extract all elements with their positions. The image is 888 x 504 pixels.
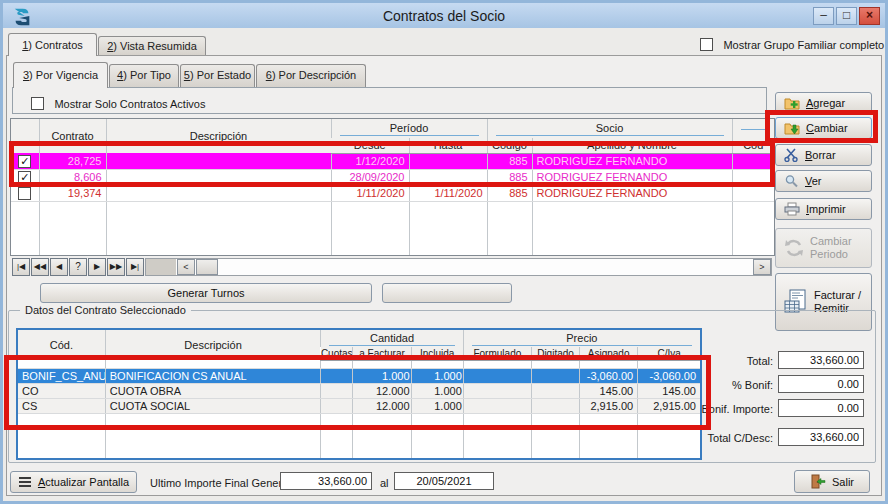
row-checkbox[interactable]: ✓ bbox=[18, 155, 31, 168]
row-checkbox[interactable]: ✓ bbox=[18, 171, 31, 184]
tab-por-vigencia[interactable]: 3) Por Vigencia bbox=[13, 62, 108, 88]
col-descripcion-header[interactable]: Descripción bbox=[105, 330, 321, 360]
secondary-action-button[interactable] bbox=[382, 283, 512, 303]
cell-formulado[interactable] bbox=[463, 368, 531, 383]
col-codigo-header[interactable]: Código bbox=[487, 138, 532, 153]
cell-cod[interactable] bbox=[732, 169, 774, 185]
col-apellido-header[interactable]: Apellido y Nombre bbox=[532, 138, 732, 153]
cell-cod[interactable] bbox=[732, 185, 774, 201]
tab-vista-resumida[interactable]: 2) Vista Resumida bbox=[98, 36, 206, 55]
cell-desde[interactable]: 1/12/2020 bbox=[331, 153, 409, 169]
cell-descripcion[interactable] bbox=[106, 169, 331, 185]
col-hasta-header[interactable]: Hasta bbox=[409, 138, 487, 153]
cell-a-facturar[interactable]: 12.000 bbox=[353, 398, 411, 413]
detail-row-selected[interactable]: BONIF_CS_ANUA BONIFICACION CS ANUAL 1.00… bbox=[18, 368, 700, 383]
cell-cod[interactable]: BONIF_CS_ANUA bbox=[18, 368, 105, 383]
family-checkbox[interactable] bbox=[700, 38, 713, 51]
cell-descripcion[interactable] bbox=[106, 185, 331, 201]
total-field[interactable]: 33,660.00 bbox=[778, 351, 864, 369]
contract-row[interactable]: 19,374 1/11/2020 1/11/2020 885 RODRIGUEZ… bbox=[11, 185, 774, 201]
cell-contrato[interactable]: 19,374 bbox=[39, 185, 106, 201]
ultimo-importe-field[interactable]: 33,660.00 bbox=[280, 472, 372, 490]
tab-por-descripcion[interactable]: 6) Por Descripción bbox=[256, 64, 366, 87]
agregar-button[interactable]: Agregar bbox=[775, 92, 872, 114]
cell-desde[interactable]: 1/11/2020 bbox=[331, 185, 409, 201]
row-checkbox[interactable] bbox=[18, 187, 31, 200]
tab-por-estado[interactable]: 5) Por Estado bbox=[180, 64, 255, 87]
col-a-facturar-header[interactable]: a Facturar bbox=[353, 347, 411, 360]
scrollbar-thumb[interactable] bbox=[196, 259, 218, 275]
cell-cuotas[interactable] bbox=[321, 383, 353, 398]
tab-contratos[interactable]: 1) Contratos bbox=[8, 33, 97, 56]
cell-contrato[interactable]: 8,606 bbox=[39, 169, 106, 185]
col-desde-header[interactable]: Desde bbox=[331, 138, 409, 153]
nav-last-button[interactable]: ▶| bbox=[126, 258, 144, 276]
cell-a-facturar[interactable]: 1.000 bbox=[353, 368, 411, 383]
cambiar-button[interactable]: Cambiar bbox=[775, 117, 872, 139]
cell-contrato[interactable]: 28,725 bbox=[39, 153, 106, 169]
col-cod-header[interactable]: Cód bbox=[732, 138, 774, 153]
detail-grid[interactable]: Cód. Descripción Cantidad Precio Cuotas … bbox=[16, 328, 702, 460]
scroll-right-button[interactable]: > bbox=[753, 259, 771, 275]
minimize-button[interactable]: – bbox=[813, 7, 834, 25]
cell-cod[interactable] bbox=[732, 153, 774, 169]
cell-cuotas[interactable] bbox=[321, 368, 353, 383]
cell-incluida[interactable]: 1.000 bbox=[411, 368, 463, 383]
cell-a-facturar[interactable]: 12.000 bbox=[353, 383, 411, 398]
generar-turnos-button[interactable]: Generar Turnos bbox=[40, 283, 372, 303]
col-cuotas-header[interactable]: Cuotas bbox=[321, 347, 353, 360]
solo-activos-checkbox[interactable] bbox=[31, 97, 44, 110]
cell-formulado[interactable] bbox=[463, 383, 531, 398]
col-contrato-header[interactable]: Contrato bbox=[39, 119, 106, 153]
cell-apellido[interactable]: RODRIGUEZ FERNANDO bbox=[532, 153, 732, 169]
actualizar-pantalla-button[interactable]: Actualizar Pantalla bbox=[10, 471, 137, 493]
cambiar-periodo-button[interactable]: CambiarPeriodo bbox=[775, 228, 872, 268]
cell-incluida[interactable]: 1.000 bbox=[411, 398, 463, 413]
close-button[interactable]: × bbox=[859, 7, 880, 25]
contract-row[interactable]: ✓ 8,606 28/09/2020 885 RODRIGUEZ FERNAND… bbox=[11, 169, 774, 185]
tab-por-tipo[interactable]: 4) Por Tipo bbox=[109, 64, 179, 87]
salir-button[interactable]: Salir bbox=[794, 470, 870, 493]
detail-row[interactable]: CS CUOTA SOCIAL 12.000 1.000 2,915.00 2,… bbox=[18, 398, 700, 413]
bonif-importe-field[interactable]: 0.00 bbox=[778, 399, 864, 417]
cell-hasta[interactable] bbox=[409, 153, 487, 169]
cell-digitado[interactable] bbox=[531, 398, 579, 413]
col-formulado-header[interactable]: Formulado bbox=[463, 347, 531, 360]
nav-help-button[interactable]: ? bbox=[69, 258, 87, 276]
cell-apellido[interactable]: RODRIGUEZ FERNANDO bbox=[532, 169, 732, 185]
col-digitado-header[interactable]: Digitado bbox=[531, 347, 579, 360]
cell-digitado[interactable] bbox=[531, 368, 579, 383]
cell-descripcion[interactable]: CUOTA SOCIAL bbox=[105, 398, 321, 413]
fecha-field[interactable]: 20/05/2021 bbox=[394, 472, 494, 490]
cell-incluida[interactable]: 1.000 bbox=[411, 383, 463, 398]
nav-first-button[interactable]: |◀ bbox=[12, 258, 30, 276]
nav-prev-button[interactable]: ◀ bbox=[50, 258, 68, 276]
cell-formulado[interactable] bbox=[463, 398, 531, 413]
horizontal-scrollbar[interactable]: < > bbox=[145, 258, 772, 276]
cell-codigo[interactable]: 885 bbox=[487, 169, 532, 185]
maximize-button[interactable]: □ bbox=[836, 7, 857, 25]
nav-fast-prev-button[interactable]: ◀◀ bbox=[31, 258, 49, 276]
cell-cuotas[interactable] bbox=[321, 398, 353, 413]
contracts-grid[interactable]: Contrato Descripción Período Socio Desde… bbox=[10, 118, 775, 256]
borrar-button[interactable]: Borrar bbox=[775, 144, 872, 166]
cell-descripcion[interactable]: BONIFICACION CS ANUAL bbox=[105, 368, 321, 383]
scroll-left-button[interactable]: < bbox=[177, 259, 195, 275]
nav-fast-next-button[interactable]: ▶▶ bbox=[107, 258, 125, 276]
col-descripcion-header[interactable]: Descripción bbox=[106, 119, 331, 153]
cell-desde[interactable]: 28/09/2020 bbox=[331, 169, 409, 185]
col-incluida-header[interactable]: Incluida bbox=[411, 347, 463, 360]
cell-codigo[interactable]: 885 bbox=[487, 153, 532, 169]
cell-cod[interactable]: CS bbox=[18, 398, 105, 413]
cell-descripcion[interactable]: CUOTA OBRA bbox=[105, 383, 321, 398]
cell-codigo[interactable]: 885 bbox=[487, 185, 532, 201]
title-bar[interactable]: Contratos del Socio – □ × bbox=[3, 3, 885, 28]
col-cod-header[interactable]: Cód. bbox=[18, 330, 105, 360]
cell-digitado[interactable] bbox=[531, 383, 579, 398]
cell-hasta[interactable]: 1/11/2020 bbox=[409, 185, 487, 201]
cell-apellido[interactable]: RODRIGUEZ FERNANDO bbox=[532, 185, 732, 201]
total-cdesc-field[interactable]: 33,660.00 bbox=[778, 428, 864, 446]
contract-row-selected[interactable]: ✓ 28,725 1/12/2020 885 RODRIGUEZ FERNAND… bbox=[11, 153, 774, 169]
detail-row[interactable]: CO CUOTA OBRA 12.000 1.000 145.00 145.00 bbox=[18, 383, 700, 398]
ver-button[interactable]: Ver bbox=[775, 170, 872, 192]
